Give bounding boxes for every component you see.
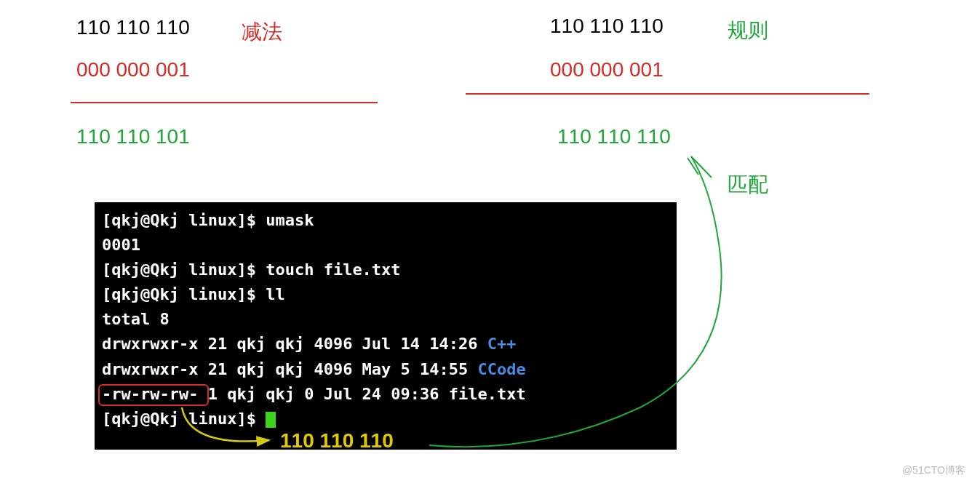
watermark: @51CTO博客 bbox=[902, 464, 965, 477]
green-arrow-icon bbox=[0, 0, 980, 486]
